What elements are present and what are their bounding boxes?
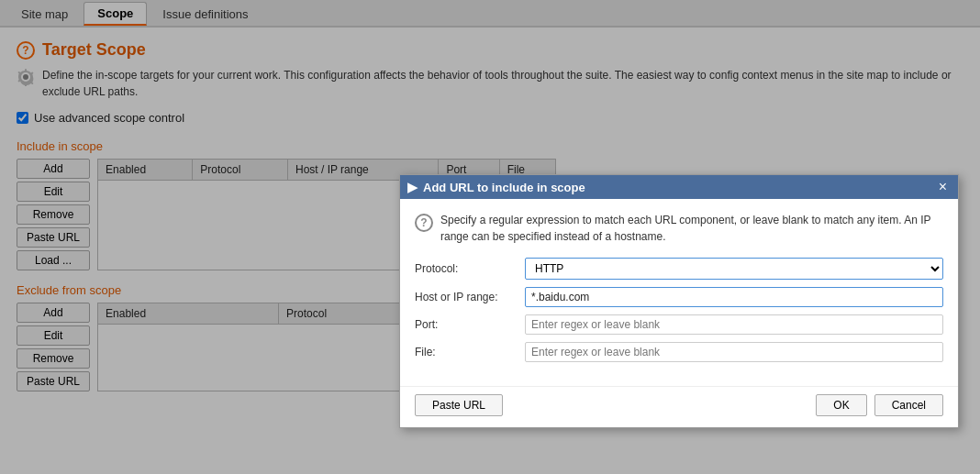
host-row: Host or IP range: bbox=[415, 287, 943, 307]
add-url-dialog: ▶ Add URL to include in scope × ? Specif… bbox=[399, 174, 959, 428]
dialog-body: ? Specify a regular expression to match … bbox=[400, 199, 958, 382]
port-control bbox=[525, 314, 943, 335]
port-input[interactable] bbox=[525, 314, 943, 335]
protocol-row: Protocol: Any HTTP HTTPS bbox=[415, 258, 943, 280]
protocol-control: Any HTTP HTTPS bbox=[525, 258, 943, 280]
file-row: File: bbox=[415, 342, 943, 362]
file-input[interactable] bbox=[525, 342, 943, 362]
file-label: File: bbox=[415, 346, 525, 358]
dialog-description: Specify a regular expression to match ea… bbox=[440, 212, 943, 245]
dialog-title-icon: ▶ bbox=[407, 180, 418, 194]
dialog-cancel-button[interactable]: Cancel bbox=[874, 394, 943, 416]
protocol-select[interactable]: Any HTTP HTTPS bbox=[525, 258, 943, 280]
file-control bbox=[525, 342, 943, 362]
host-label: Host or IP range: bbox=[415, 291, 525, 303]
dialog-title-left: ▶ Add URL to include in scope bbox=[407, 180, 585, 194]
dialog-question-icon: ? bbox=[415, 214, 433, 232]
dialog-title-text: Add URL to include in scope bbox=[423, 181, 585, 194]
protocol-label: Protocol: bbox=[415, 262, 525, 275]
dialog-desc-row: ? Specify a regular expression to match … bbox=[415, 212, 943, 245]
dialog-titlebar: ▶ Add URL to include in scope × bbox=[400, 175, 958, 199]
dialog-footer-right: OK Cancel bbox=[816, 394, 943, 416]
host-input[interactable] bbox=[525, 287, 943, 307]
dialog-ok-button[interactable]: OK bbox=[816, 394, 866, 416]
dialog-close-button[interactable]: × bbox=[935, 180, 951, 194]
dialog-footer: Paste URL OK Cancel bbox=[400, 386, 958, 427]
port-row: Port: bbox=[415, 314, 943, 335]
host-control bbox=[525, 287, 943, 307]
port-label: Port: bbox=[415, 318, 525, 331]
dialog-paste-url-button[interactable]: Paste URL bbox=[415, 394, 503, 416]
